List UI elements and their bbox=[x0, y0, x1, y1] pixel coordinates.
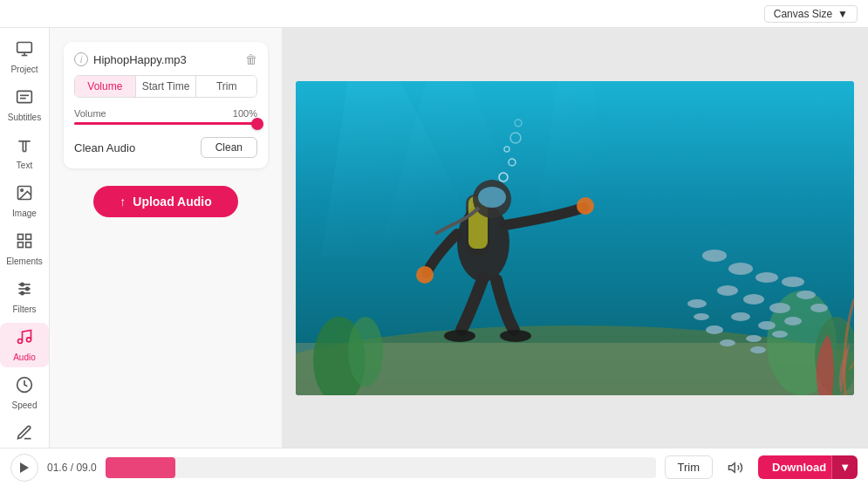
svg-point-38 bbox=[782, 277, 804, 287]
sidebar-item-project[interactable]: Project bbox=[0, 35, 49, 79]
sidebar-item-label-project: Project bbox=[10, 65, 38, 74]
volume-slider-track bbox=[74, 122, 257, 125]
upload-icon: ↑ bbox=[120, 195, 126, 209]
elements-icon bbox=[16, 232, 33, 254]
time-current: 01.6 bbox=[47, 462, 67, 474]
svg-rect-15 bbox=[26, 243, 31, 248]
tab-volume[interactable]: Volume bbox=[75, 76, 136, 97]
sidebar: Project Subtitles Text Image Elements bbox=[0, 28, 50, 448]
svg-point-22 bbox=[18, 339, 23, 344]
svg-point-32 bbox=[348, 317, 383, 387]
time-total: 09.0 bbox=[76, 462, 96, 474]
svg-point-20 bbox=[26, 287, 29, 290]
sidebar-item-subtitles[interactable]: Subtitles bbox=[0, 83, 49, 127]
audio-card: i HiphopHappy.mp3 🗑 Volume Start Time Tr… bbox=[64, 42, 268, 168]
trim-button[interactable]: Trim bbox=[665, 455, 714, 479]
volume-row: Volume 100% bbox=[74, 108, 257, 119]
svg-point-49 bbox=[746, 335, 762, 342]
clean-button[interactable]: Clean bbox=[201, 137, 257, 158]
chevron-down-icon: ▼ bbox=[837, 8, 848, 20]
svg-marker-69 bbox=[729, 462, 735, 472]
svg-point-43 bbox=[687, 299, 707, 308]
svg-rect-13 bbox=[26, 235, 31, 240]
download-dropdown-icon[interactable]: ▼ bbox=[831, 455, 858, 479]
svg-point-59 bbox=[577, 197, 594, 215]
canvas-image bbox=[296, 81, 854, 395]
sidebar-item-image[interactable]: Image bbox=[0, 179, 49, 223]
svg-point-11 bbox=[21, 189, 23, 192]
download-button[interactable]: Download ▼ bbox=[758, 455, 858, 479]
text-icon bbox=[16, 136, 33, 158]
info-icon: i bbox=[74, 52, 88, 66]
svg-point-61 bbox=[444, 330, 475, 342]
sidebar-item-speed[interactable]: Speed bbox=[0, 371, 49, 415]
sidebar-item-audio[interactable]: Audio bbox=[0, 323, 49, 367]
timeline-track[interactable] bbox=[106, 457, 656, 478]
tab-trim[interactable]: Trim bbox=[196, 76, 256, 97]
svg-point-47 bbox=[810, 304, 828, 312]
volume-button[interactable] bbox=[721, 454, 749, 482]
volume-slider-thumb bbox=[251, 118, 263, 130]
delete-audio-icon[interactable]: 🗑 bbox=[245, 52, 257, 66]
svg-point-58 bbox=[478, 187, 506, 208]
volume-value: 100% bbox=[233, 108, 257, 119]
canvas-area bbox=[282, 28, 868, 448]
sidebar-item-filters[interactable]: Filters bbox=[0, 275, 49, 319]
sidebar-item-label-speed: Speed bbox=[12, 400, 38, 410]
image-icon bbox=[16, 184, 33, 206]
download-label: Download bbox=[772, 461, 826, 474]
svg-point-19 bbox=[21, 283, 24, 285]
svg-point-52 bbox=[720, 339, 735, 346]
tab-start-time[interactable]: Start Time bbox=[136, 76, 197, 97]
svg-point-40 bbox=[743, 294, 764, 305]
svg-point-46 bbox=[784, 317, 802, 325]
draw-icon bbox=[16, 424, 33, 446]
sidebar-item-label-audio: Audio bbox=[13, 353, 36, 362]
svg-point-21 bbox=[21, 291, 24, 294]
filters-icon bbox=[16, 280, 33, 302]
sidebar-item-draw[interactable]: Draw bbox=[0, 419, 49, 448]
svg-point-60 bbox=[416, 266, 434, 284]
time-display: 01.6 / 09.0 bbox=[47, 462, 97, 474]
svg-point-37 bbox=[755, 272, 778, 283]
sidebar-item-label-elements: Elements bbox=[6, 257, 43, 266]
canvas-size-button[interactable]: Canvas Size ▼ bbox=[764, 5, 858, 23]
canvas-size-label: Canvas Size bbox=[774, 8, 832, 20]
bottom-bar: 01.6 / 09.0 Trim Download ▼ bbox=[0, 448, 868, 486]
volume-slider-container[interactable] bbox=[74, 122, 257, 125]
subtitles-icon bbox=[16, 88, 33, 110]
upload-audio-button[interactable]: ↑ Upload Audio bbox=[93, 186, 237, 217]
svg-point-50 bbox=[772, 331, 788, 338]
audio-card-title: i HiphopHappy.mp3 bbox=[74, 52, 187, 66]
svg-rect-14 bbox=[18, 243, 24, 248]
underwater-scene bbox=[296, 81, 854, 395]
clean-audio-row: Clean Audio Clean bbox=[74, 137, 257, 158]
main-area: Project Subtitles Text Image Elements bbox=[0, 28, 868, 448]
volume-slider-fill bbox=[74, 122, 257, 125]
svg-point-23 bbox=[27, 338, 31, 342]
clean-audio-label: Clean Audio bbox=[74, 141, 135, 154]
sidebar-item-elements[interactable]: Elements bbox=[0, 227, 49, 271]
speed-icon bbox=[16, 376, 33, 398]
sidebar-item-label-filters: Filters bbox=[12, 305, 36, 314]
project-icon bbox=[16, 40, 33, 62]
audio-panel: i HiphopHappy.mp3 🗑 Volume Start Time Tr… bbox=[50, 28, 282, 448]
svg-point-36 bbox=[728, 263, 753, 275]
audio-tabs: Volume Start Time Trim bbox=[74, 75, 257, 98]
svg-point-39 bbox=[717, 285, 738, 296]
audio-filename: HiphopHappy.mp3 bbox=[93, 53, 187, 66]
audio-icon bbox=[16, 328, 33, 350]
svg-point-45 bbox=[758, 321, 776, 330]
play-button[interactable] bbox=[10, 454, 38, 482]
svg-rect-3 bbox=[17, 91, 32, 102]
svg-point-44 bbox=[731, 312, 750, 321]
sidebar-item-text[interactable]: Text bbox=[0, 131, 49, 175]
svg-point-51 bbox=[694, 313, 709, 320]
svg-rect-0 bbox=[17, 43, 32, 53]
svg-point-41 bbox=[769, 303, 790, 313]
top-bar: Canvas Size ▼ bbox=[0, 0, 868, 28]
svg-rect-12 bbox=[18, 235, 24, 240]
svg-point-48 bbox=[706, 325, 723, 334]
svg-point-62 bbox=[500, 330, 531, 342]
audio-card-header: i HiphopHappy.mp3 🗑 bbox=[74, 52, 257, 66]
